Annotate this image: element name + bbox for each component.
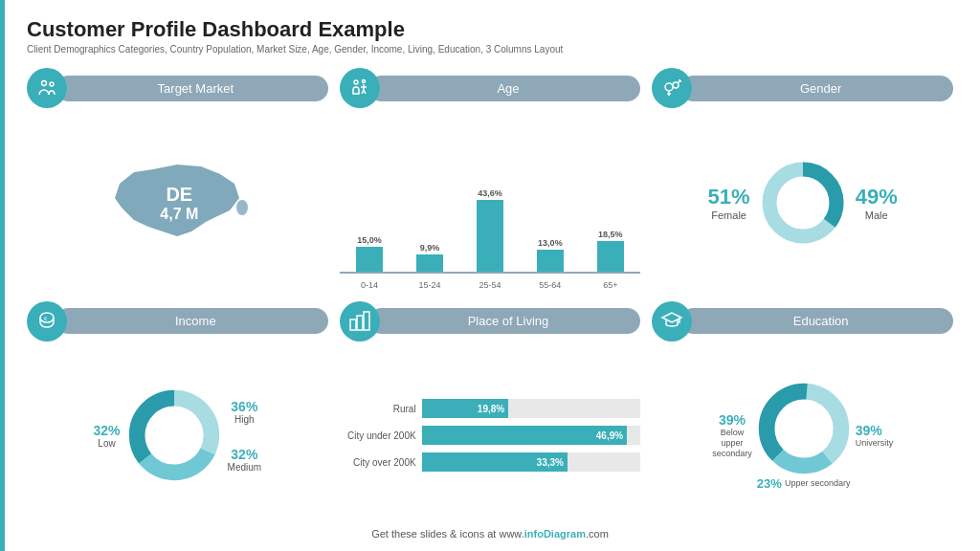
income-right-labels: 36% High 32% Medium (228, 387, 262, 483)
bar-rect (597, 241, 624, 272)
edu-university-label: University (856, 438, 894, 449)
edu-upper-secondary: 23% Upper secondary (757, 476, 851, 491)
target-market-label: Target Market (56, 76, 328, 101)
card-header-education: Education (652, 301, 953, 342)
edu-university-pct: 39% (856, 423, 894, 438)
map-container: DE 4,7 M (100, 155, 254, 251)
card-header-age: Age (340, 68, 641, 108)
gender-label: Gender (680, 76, 953, 101)
svg-point-32 (780, 405, 828, 452)
living-bar-label: Rural (340, 404, 416, 414)
edu-university: 39% University (856, 423, 894, 449)
bar-pct: 18,5% (598, 230, 623, 239)
footer-brand: infoDiagram (524, 528, 586, 540)
living-bar-fill: 46,9% (422, 426, 627, 445)
svg-line-8 (364, 90, 366, 94)
edu-below-label: Belowuppersecondary (712, 428, 752, 458)
bar-rect (416, 254, 443, 271)
bar-pct: 13,0% (538, 238, 563, 248)
edu-below-pct: 39% (712, 412, 752, 428)
income-label: Income (56, 308, 328, 334)
country-code: DE (160, 183, 198, 205)
education-body: 39% Belowuppersecondary 23% Upper second… (652, 349, 953, 523)
living-bar-track: 46,9% (422, 426, 641, 445)
bar-pct: 9,9% (420, 243, 440, 253)
card-living: Place of Living Rural19,8%City under 200… (340, 301, 641, 523)
edu-upper-pct: 23% (757, 476, 782, 491)
svg-rect-25 (350, 320, 356, 330)
age-bar-group: 15,0% (356, 235, 383, 272)
bar-pct: 43,6% (478, 188, 502, 198)
income-low-label: Low (94, 438, 121, 449)
left-accent (0, 0, 5, 551)
income-medium-label: Medium (228, 462, 262, 473)
living-bar-label: City under 200K (340, 430, 416, 441)
svg-rect-27 (364, 312, 369, 330)
card-income: € Income 32% Low (27, 301, 328, 523)
bar-rect (537, 250, 564, 271)
svg-point-1 (50, 82, 54, 86)
card-header-gender: Gender (652, 68, 953, 108)
page-title: Customer Profile Dashboard Example (27, 17, 953, 42)
svg-text:€: € (44, 316, 48, 321)
income-donut (126, 387, 222, 483)
bar-rect (356, 247, 383, 272)
living-body: Rural19,8%City under 200K46,9%City over … (340, 349, 641, 523)
card-education: Education 39% Belowuppersecondary 23% (652, 301, 953, 523)
age-icon (340, 68, 380, 108)
income-body: 32% Low 36% High (27, 349, 328, 523)
gender-body: 51% Female 49% Male (652, 116, 953, 290)
card-header-target-market: Target Market (27, 68, 328, 108)
age-bar-labels: 0-1415-2425-5455-6465+ (340, 277, 641, 290)
female-stat: 51% Female (708, 185, 750, 221)
age-bar-group: 43,6% (477, 188, 503, 272)
income-low: 32% Low (94, 423, 121, 449)
bar-label: 0-14 (351, 280, 388, 290)
svg-point-12 (673, 82, 679, 88)
female-label: Female (708, 209, 750, 221)
age-bar-chart: 15,0%9,9%43,6%13,0%18,5% (340, 187, 641, 274)
male-pct: 49% (856, 185, 898, 209)
income-low-pct: 32% (94, 423, 121, 438)
card-header-living: Place of Living (340, 301, 641, 342)
income-high-label: High (228, 414, 262, 425)
living-label: Place of Living (368, 308, 641, 334)
bar-label: 55-64 (532, 280, 568, 290)
living-bar-fill: 19,8% (422, 399, 509, 418)
age-label: Age (368, 76, 641, 101)
living-bar-row: City under 200K46,9% (340, 426, 641, 445)
living-bar-row: Rural19,8% (340, 399, 641, 418)
living-bar-pct: 33,3% (537, 457, 564, 468)
living-bar-pct: 19,8% (478, 404, 504, 414)
edu-donut-wrapper: 23% Upper secondary (756, 381, 852, 491)
age-body: 15,0%9,9%43,6%13,0%18,5% 0-1415-2425-545… (340, 116, 641, 290)
svg-point-3 (354, 80, 358, 84)
footer: Get these slides & icons at www.infoDiag… (27, 528, 953, 541)
bar-label: 15-24 (412, 280, 448, 290)
gender-donut (760, 160, 846, 246)
female-pct: 51% (708, 185, 750, 209)
bar-label: 65+ (592, 280, 629, 290)
card-gender: Gender 51% Female 49% Male (652, 68, 953, 290)
bar-rect (477, 200, 503, 272)
male-stat: 49% Male (856, 185, 898, 221)
income-medium: 32% Medium (228, 447, 262, 473)
svg-point-24 (150, 411, 198, 459)
education-label: Education (680, 308, 953, 334)
income-medium-pct: 32% (228, 447, 262, 462)
header: Customer Profile Dashboard Example Clien… (27, 17, 953, 55)
education-icon (652, 301, 692, 342)
svg-point-2 (236, 200, 248, 215)
living-bar-track: 33,3% (422, 452, 641, 472)
edu-below-secondary: 39% Belowuppersecondary (712, 412, 752, 458)
card-header-income: € Income (27, 301, 328, 342)
svg-rect-26 (357, 316, 363, 330)
income-high: 36% High (228, 399, 262, 425)
page: Customer Profile Dashboard Example Clien… (0, 0, 980, 551)
svg-point-4 (362, 80, 365, 83)
male-label: Male (856, 209, 898, 221)
gender-icon (652, 68, 692, 108)
age-bar-group: 13,0% (537, 238, 564, 271)
age-bar-group: 18,5% (597, 230, 624, 272)
living-bar-pct: 46,9% (596, 430, 623, 441)
